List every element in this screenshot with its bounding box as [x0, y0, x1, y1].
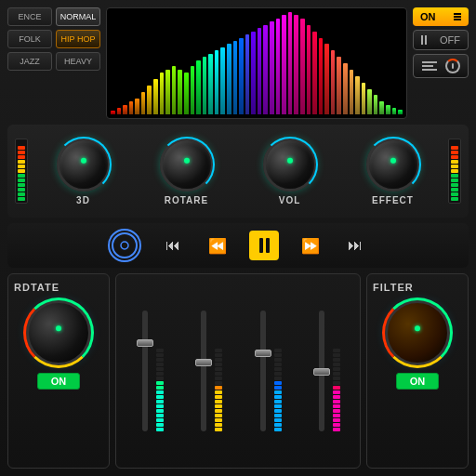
vlm-seg — [215, 409, 222, 413]
filter-knob[interactable] — [385, 300, 450, 365]
eq-bar — [111, 111, 115, 114]
eq-bar — [276, 19, 281, 114]
vlm-seg — [156, 390, 164, 394]
vlm-seg — [274, 363, 282, 366]
eq-bar — [392, 108, 397, 114]
eq-bar — [129, 101, 134, 114]
genre-ence[interactable]: ENCE — [7, 7, 52, 26]
level-segment — [18, 155, 25, 159]
knob-rotare-control[interactable] — [160, 138, 214, 192]
power-line — [452, 63, 454, 69]
genre-row-2: FOLK HIP HOP — [7, 30, 100, 48]
fader-knob-0[interactable] — [137, 339, 153, 347]
eq-bar — [251, 32, 256, 114]
eq-bar — [270, 21, 274, 114]
genre-jazz[interactable]: JAZZ — [7, 52, 52, 71]
vlm-seg — [156, 377, 164, 380]
forward-button[interactable]: ⏩ — [298, 232, 324, 258]
vlm-seg — [333, 377, 340, 380]
eq-bar — [203, 57, 207, 114]
pause-icon-sm — [421, 35, 427, 45]
fader-knob-3[interactable] — [313, 368, 330, 376]
fader-track-2[interactable] — [260, 311, 266, 431]
eq-bar — [324, 44, 329, 114]
pause-button[interactable] — [249, 231, 279, 260]
level-segment — [451, 192, 458, 196]
fader-track-1[interactable] — [201, 311, 206, 431]
svg-point-0 — [121, 242, 128, 249]
eq-bar — [374, 95, 378, 114]
next-track-button[interactable]: ⏭ — [342, 232, 368, 258]
vlm-seg — [156, 349, 164, 352]
level-segment — [451, 146, 458, 150]
prev-track-button[interactable]: ⏮ — [160, 232, 186, 258]
fader-knob-1[interactable] — [195, 359, 212, 366]
genre-hiphop[interactable]: HIP HOP — [56, 30, 100, 48]
filter-on-badge[interactable]: ON — [396, 373, 440, 390]
fader-track-3[interactable] — [319, 311, 324, 431]
vlm-seg — [156, 353, 164, 357]
vlm-seg — [156, 409, 164, 413]
genre-panel: ENCE NORMAL FOLK HIP HOP JAZZ HEAVY — [7, 7, 100, 119]
vlm-seg — [215, 395, 222, 399]
genre-heavy[interactable]: HEAVY — [56, 52, 100, 71]
vlm-seg — [274, 353, 282, 357]
mixer-channel-0 — [136, 311, 164, 431]
equalizer-display — [106, 7, 407, 119]
loop-icon — [112, 232, 138, 258]
level-meter-2 — [274, 311, 282, 431]
fader-track-0[interactable] — [142, 311, 148, 431]
vlm-seg — [333, 395, 340, 399]
knob-3d-control[interactable] — [57, 138, 111, 192]
vlm-seg — [215, 377, 222, 380]
channel-top-3 — [312, 311, 340, 431]
rotate-on-badge[interactable]: ON — [37, 373, 81, 390]
pause-bar-right — [266, 238, 270, 253]
knob-effect-control[interactable] — [366, 138, 420, 192]
genre-normal[interactable]: NORMAL — [56, 7, 100, 26]
filter-title: FILTER — [373, 282, 414, 293]
level-meter-0 — [156, 311, 164, 431]
level-segment — [451, 188, 458, 192]
vlm-seg — [156, 423, 164, 427]
knob-vol-control[interactable] — [263, 138, 317, 192]
left-level-bar — [15, 139, 28, 204]
vlm-seg — [274, 409, 282, 413]
eq-bar — [288, 12, 293, 114]
level-segment — [451, 183, 458, 187]
vlm-seg — [333, 423, 340, 427]
mixer-channel-3 — [312, 311, 340, 431]
vlm-seg — [156, 367, 164, 371]
eq-bar — [135, 99, 139, 114]
channel-top-2 — [254, 311, 282, 431]
vlm-seg — [215, 349, 222, 352]
vlm-seg — [274, 418, 282, 422]
vlm-seg — [274, 367, 282, 371]
loop-button[interactable] — [108, 229, 141, 262]
power-button[interactable] — [413, 54, 469, 78]
vlm-seg — [274, 349, 282, 352]
vlm-seg — [333, 372, 340, 376]
eq-bar — [337, 57, 341, 114]
level-segment — [18, 192, 25, 196]
knobs-section: 3D ROTARE VOL EFFECT — [7, 125, 469, 218]
vlm-seg — [333, 349, 340, 352]
rewind-button[interactable]: ⏪ — [205, 232, 231, 258]
knob-vol-label: VOL — [279, 195, 301, 205]
menu-lines — [422, 61, 437, 71]
genre-folk[interactable]: FOLK — [7, 30, 52, 48]
rotate-knob[interactable] — [26, 300, 91, 365]
off-button[interactable]: OFF — [413, 30, 469, 50]
on-button[interactable]: ON — [413, 7, 469, 26]
level-segment — [451, 151, 458, 154]
fader-knob-2[interactable] — [255, 350, 271, 357]
filter-panel: FILTER ON — [366, 273, 469, 469]
genre-row-3: JAZZ HEAVY — [7, 52, 100, 71]
eq-bar — [233, 41, 238, 114]
vlm-seg — [333, 409, 340, 413]
vlm-seg — [156, 428, 164, 431]
vlm-seg — [156, 400, 164, 403]
knob-rotare-ring — [159, 137, 215, 192]
eq-bar — [123, 105, 127, 114]
eq-bar — [184, 73, 189, 114]
